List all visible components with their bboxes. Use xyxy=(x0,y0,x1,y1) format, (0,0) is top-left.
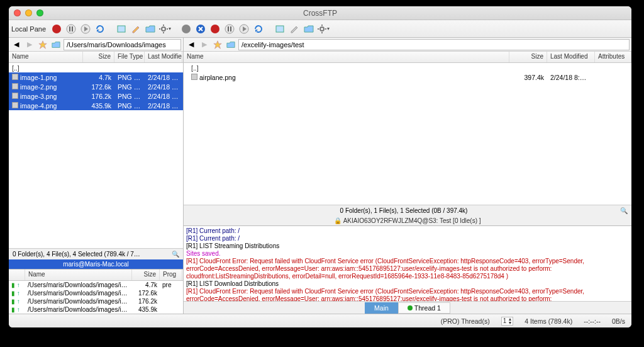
remote-summary: 0 Folder(s), 1 File(s), 1 Selected (0B /… xyxy=(184,205,631,216)
svg-point-1 xyxy=(67,25,75,33)
log-line: [R1] Current path: / xyxy=(186,235,629,242)
log-panel[interactable]: [R1] Current path: /[R1] Current path: /… xyxy=(184,225,631,301)
local-pathbar: ◀ ▶ /Users/maris/Downloads/images xyxy=(9,38,183,52)
col-name[interactable]: Name xyxy=(9,52,83,62)
settings-button[interactable]: ▾ xyxy=(158,23,171,35)
back-button[interactable]: ◀ xyxy=(11,39,22,50)
col-modified[interactable]: Last Modified xyxy=(547,52,595,62)
parent-dir[interactable]: [..] xyxy=(184,63,631,72)
svg-point-13 xyxy=(211,25,219,33)
status-dot-icon xyxy=(408,305,413,310)
col-size[interactable]: Size xyxy=(132,270,160,280)
tab-thread-1[interactable]: Thread 1 xyxy=(398,302,450,314)
col-type[interactable]: File Type xyxy=(114,52,145,62)
queue-row[interactable]: ▮ ↑/Users/maris/Downloads/images/im…172.… xyxy=(9,289,183,297)
items-status: 4 Items (789.4k) xyxy=(525,317,572,325)
svg-rect-16 xyxy=(230,26,231,31)
col-name[interactable]: Name xyxy=(184,52,509,62)
folder-icon xyxy=(225,39,236,50)
app-window: CrossFTP Local Pane ▾ ▾ ◀ ▶ xyxy=(9,6,631,327)
file-row[interactable]: image-1.png4.7kPNG File2/24/18 … xyxy=(9,72,183,82)
queue-row[interactable]: ▮ ↑/Users/maris/Downloads/images/im…176.… xyxy=(9,297,183,305)
search-icon[interactable]: 🔍 xyxy=(620,207,628,214)
col-size[interactable]: Size xyxy=(83,52,114,62)
window-title: CrossFTP xyxy=(9,9,631,18)
svg-rect-2 xyxy=(69,26,70,31)
remote-file-list[interactable]: [..] airplane.png397.4k2/24/18 8:… xyxy=(184,63,631,205)
log-line: [R1] LIST Download Distributions xyxy=(186,280,629,288)
log-tabs: Main Thread 1 xyxy=(184,301,631,314)
svg-point-19 xyxy=(320,27,324,31)
titlebar: CrossFTP xyxy=(9,6,631,20)
disconnect-button[interactable] xyxy=(180,23,192,35)
transfer-queue[interactable]: ▮ ↑/Users/maris/Downloads/images/im…4.7k… xyxy=(9,281,183,314)
col-modified[interactable]: Last Modified xyxy=(145,52,182,62)
parent-dir[interactable]: [..] xyxy=(9,63,183,72)
search-icon[interactable]: 🔍 xyxy=(172,251,179,258)
file-row[interactable]: image-2.png172.6kPNG File2/24/18 … xyxy=(9,82,183,91)
log-line: [R1] CloudFront Error: Request failed wi… xyxy=(186,258,629,280)
open-folder-button[interactable] xyxy=(144,23,157,35)
file-row[interactable]: image-4.png435.9kPNG File2/24/18 … xyxy=(9,101,183,110)
remote-pause-button[interactable] xyxy=(223,23,236,35)
refresh-button[interactable] xyxy=(94,23,106,35)
svg-point-0 xyxy=(52,25,61,33)
remote-view-button[interactable] xyxy=(274,23,286,35)
local-host: maris@Maris-Mac.local xyxy=(9,259,183,269)
tab-main[interactable]: Main xyxy=(365,302,398,314)
abort-button[interactable] xyxy=(194,23,207,35)
threads-label: (PRO) Thread(s) xyxy=(441,317,490,325)
svg-rect-15 xyxy=(228,26,229,31)
remote-open-folder-button[interactable] xyxy=(303,23,315,35)
remote-refresh-button[interactable] xyxy=(252,23,265,35)
remote-play-button[interactable] xyxy=(238,23,250,35)
file-row[interactable]: image-3.png176.2kPNG File2/24/18 … xyxy=(9,91,183,101)
local-pane-label: Local Pane xyxy=(11,25,46,33)
remote-pathbar: ◀ ▶ /excelify-images/test xyxy=(184,38,631,52)
view-button[interactable] xyxy=(115,23,128,35)
local-grid-header: Name Size File Type Last Modified xyxy=(9,52,183,63)
remote-stop-button[interactable] xyxy=(209,23,221,35)
main-toolbar: Local Pane ▾ ▾ xyxy=(9,20,631,38)
queue-row[interactable]: ▮ ↑/Users/maris/Downloads/images/im…4.7k… xyxy=(9,281,183,289)
svg-point-6 xyxy=(162,27,165,31)
local-summary: 0 Folder(s), 4 File(s), 4 Selected (789.… xyxy=(9,248,183,259)
log-line: [R1] Current path: / xyxy=(186,227,629,235)
remote-edit-button[interactable] xyxy=(288,23,301,35)
col-prog[interactable]: Prog xyxy=(160,270,182,280)
svg-point-11 xyxy=(182,25,191,33)
log-line: [R1] CloudFront Error: Request failed wi… xyxy=(186,288,629,301)
forward-button[interactable]: ▶ xyxy=(199,39,210,50)
svg-rect-18 xyxy=(276,26,284,32)
stop-button[interactable] xyxy=(50,23,63,35)
queue-header: Name Size Prog xyxy=(9,270,183,281)
col-name[interactable]: Name xyxy=(25,270,132,280)
queue-row[interactable]: ▮ ↑/Users/maris/Downloads/images/im…435.… xyxy=(9,305,183,314)
remote-grid-header: Name Size Last Modified Attributes xyxy=(184,52,631,63)
folder-icon xyxy=(50,39,62,50)
remote-settings-button[interactable]: ▾ xyxy=(317,23,330,35)
local-file-list[interactable]: [..] image-1.png4.7kPNG File2/24/18 …ima… xyxy=(9,63,183,248)
edit-button[interactable] xyxy=(130,23,142,35)
svg-rect-3 xyxy=(72,26,73,31)
remote-path-input[interactable]: /excelify-images/test xyxy=(238,39,630,50)
forward-button[interactable]: ▶ xyxy=(24,39,35,50)
statusbar: (PRO) Thread(s) 1▴▾ 4 Items (789.4k) --:… xyxy=(9,314,631,327)
time-status: --:--:-- xyxy=(584,317,601,325)
file-row[interactable]: airplane.png397.4k2/24/18 8:… xyxy=(184,72,631,82)
svg-rect-5 xyxy=(118,26,125,32)
col-attrs[interactable]: Attributes xyxy=(595,52,631,62)
pause-button[interactable] xyxy=(65,23,77,35)
log-line: Sites saved. xyxy=(186,250,629,258)
log-line: [R1] LIST Streaming Distributions xyxy=(186,242,629,250)
bookmark-button[interactable] xyxy=(212,39,223,50)
back-button[interactable]: ◀ xyxy=(186,39,197,50)
bookmark-button[interactable] xyxy=(37,39,48,50)
svg-point-14 xyxy=(225,25,234,33)
remote-host: 🔒 AKIAIO63OY2RFWJLZM4Q@S3: Test [0 Idle(… xyxy=(184,216,631,225)
play-button[interactable] xyxy=(79,23,92,35)
local-path-input[interactable]: /Users/maris/Downloads/images xyxy=(64,39,181,50)
col-size[interactable]: Size xyxy=(509,52,547,62)
rate-status: 0B/s xyxy=(612,317,625,325)
threads-stepper[interactable]: 1▴▾ xyxy=(501,317,514,326)
